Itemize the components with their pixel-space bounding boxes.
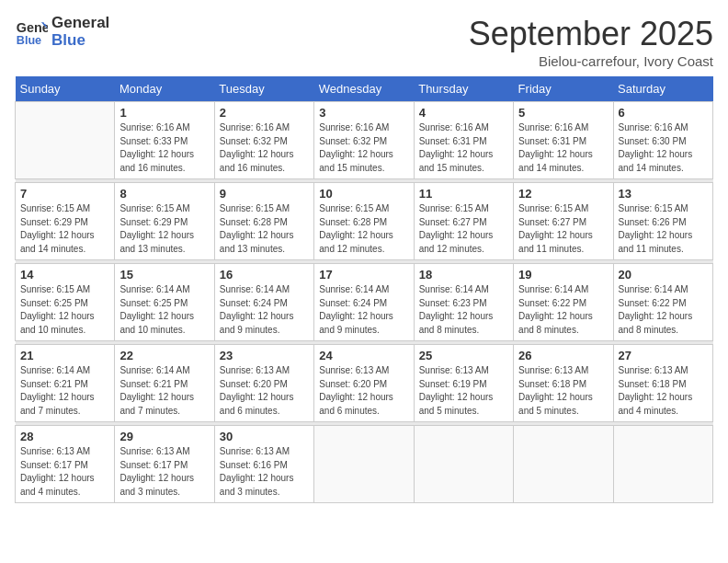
calendar-cell: 11Sunrise: 6:15 AM Sunset: 6:27 PM Dayli… <box>414 183 513 260</box>
calendar-cell: 17Sunrise: 6:14 AM Sunset: 6:24 PM Dayli… <box>314 264 414 341</box>
logo-text-blue: Blue <box>51 32 109 50</box>
calendar-cell: 14Sunrise: 6:15 AM Sunset: 6:25 PM Dayli… <box>16 264 115 341</box>
day-info: Sunrise: 6:13 AM Sunset: 6:20 PM Dayligh… <box>220 364 309 418</box>
day-info: Sunrise: 6:16 AM Sunset: 6:32 PM Dayligh… <box>220 121 309 175</box>
calendar-week-3: 14Sunrise: 6:15 AM Sunset: 6:25 PM Dayli… <box>16 264 713 341</box>
calendar-week-5: 28Sunrise: 6:13 AM Sunset: 6:17 PM Dayli… <box>16 426 713 503</box>
day-number: 17 <box>319 268 408 282</box>
day-info: Sunrise: 6:13 AM Sunset: 6:18 PM Dayligh… <box>619 364 708 418</box>
day-info: Sunrise: 6:14 AM Sunset: 6:21 PM Dayligh… <box>20 364 109 418</box>
calendar-cell <box>414 426 513 503</box>
day-number: 13 <box>619 187 708 201</box>
weekday-header-monday: Monday <box>115 76 214 102</box>
day-number: 27 <box>619 349 708 362</box>
day-info: Sunrise: 6:15 AM Sunset: 6:29 PM Dayligh… <box>20 202 109 256</box>
logo: General Blue General Blue <box>15 15 109 49</box>
day-info: Sunrise: 6:13 AM Sunset: 6:16 PM Dayligh… <box>220 445 309 499</box>
calendar-header-row: SundayMondayTuesdayWednesdayThursdayFrid… <box>16 76 713 102</box>
day-info: Sunrise: 6:13 AM Sunset: 6:17 PM Dayligh… <box>20 445 109 499</box>
calendar-cell: 21Sunrise: 6:14 AM Sunset: 6:21 PM Dayli… <box>16 345 115 422</box>
day-number: 5 <box>518 106 608 120</box>
day-info: Sunrise: 6:14 AM Sunset: 6:21 PM Dayligh… <box>119 364 209 418</box>
calendar-cell: 22Sunrise: 6:14 AM Sunset: 6:21 PM Dayli… <box>115 345 214 422</box>
page-header: General Blue General Blue September 2025… <box>15 15 713 69</box>
day-info: Sunrise: 6:13 AM Sunset: 6:19 PM Dayligh… <box>419 364 508 418</box>
calendar-cell: 26Sunrise: 6:13 AM Sunset: 6:18 PM Dayli… <box>514 345 613 422</box>
day-info: Sunrise: 6:15 AM Sunset: 6:29 PM Dayligh… <box>119 202 209 256</box>
calendar-cell: 1Sunrise: 6:16 AM Sunset: 6:33 PM Daylig… <box>115 102 214 179</box>
day-number: 21 <box>20 349 109 362</box>
calendar-cell: 6Sunrise: 6:16 AM Sunset: 6:30 PM Daylig… <box>613 102 712 179</box>
day-number: 19 <box>518 268 608 282</box>
day-number: 26 <box>518 349 608 362</box>
calendar-cell <box>16 102 115 179</box>
calendar-week-1: 1Sunrise: 6:16 AM Sunset: 6:33 PM Daylig… <box>16 102 713 179</box>
weekday-header-tuesday: Tuesday <box>214 76 313 102</box>
day-info: Sunrise: 6:14 AM Sunset: 6:24 PM Dayligh… <box>319 283 408 337</box>
calendar-cell: 7Sunrise: 6:15 AM Sunset: 6:29 PM Daylig… <box>16 183 115 260</box>
calendar-cell: 18Sunrise: 6:14 AM Sunset: 6:23 PM Dayli… <box>414 264 513 341</box>
day-info: Sunrise: 6:13 AM Sunset: 6:17 PM Dayligh… <box>119 445 209 499</box>
day-info: Sunrise: 6:16 AM Sunset: 6:31 PM Dayligh… <box>419 121 508 175</box>
weekday-header-sunday: Sunday <box>16 76 115 102</box>
calendar-cell: 25Sunrise: 6:13 AM Sunset: 6:19 PM Dayli… <box>414 345 513 422</box>
day-info: Sunrise: 6:15 AM Sunset: 6:27 PM Dayligh… <box>518 202 608 256</box>
day-number: 18 <box>419 268 508 282</box>
calendar-cell: 4Sunrise: 6:16 AM Sunset: 6:31 PM Daylig… <box>414 102 513 179</box>
day-number: 11 <box>419 187 508 201</box>
calendar-cell: 19Sunrise: 6:14 AM Sunset: 6:22 PM Dayli… <box>514 264 613 341</box>
location-subtitle: Bielou-carrefour, Ivory Coast <box>469 53 713 69</box>
calendar-cell: 24Sunrise: 6:13 AM Sunset: 6:20 PM Dayli… <box>314 345 414 422</box>
calendar-cell: 2Sunrise: 6:16 AM Sunset: 6:32 PM Daylig… <box>214 102 313 179</box>
day-info: Sunrise: 6:14 AM Sunset: 6:25 PM Dayligh… <box>119 283 209 337</box>
logo-icon: General Blue <box>15 16 48 49</box>
calendar-cell: 13Sunrise: 6:15 AM Sunset: 6:26 PM Dayli… <box>613 183 712 260</box>
calendar-cell: 16Sunrise: 6:14 AM Sunset: 6:24 PM Dayli… <box>214 264 313 341</box>
calendar-cell: 5Sunrise: 6:16 AM Sunset: 6:31 PM Daylig… <box>514 102 613 179</box>
calendar-week-2: 7Sunrise: 6:15 AM Sunset: 6:29 PM Daylig… <box>16 183 713 260</box>
day-number: 4 <box>419 106 508 120</box>
day-info: Sunrise: 6:14 AM Sunset: 6:22 PM Dayligh… <box>518 283 608 337</box>
month-title: September 2025 <box>469 15 713 53</box>
day-info: Sunrise: 6:15 AM Sunset: 6:28 PM Dayligh… <box>220 202 309 256</box>
day-info: Sunrise: 6:16 AM Sunset: 6:33 PM Dayligh… <box>119 121 209 175</box>
calendar-cell: 23Sunrise: 6:13 AM Sunset: 6:20 PM Dayli… <box>214 345 313 422</box>
calendar-cell: 15Sunrise: 6:14 AM Sunset: 6:25 PM Dayli… <box>115 264 214 341</box>
title-block: September 2025 Bielou-carrefour, Ivory C… <box>469 15 713 69</box>
day-number: 9 <box>220 187 309 201</box>
calendar-cell: 20Sunrise: 6:14 AM Sunset: 6:22 PM Dayli… <box>613 264 712 341</box>
day-number: 12 <box>518 187 608 201</box>
day-number: 1 <box>119 106 209 120</box>
calendar-cell <box>613 426 712 503</box>
calendar-cell: 27Sunrise: 6:13 AM Sunset: 6:18 PM Dayli… <box>613 345 712 422</box>
day-number: 8 <box>119 187 209 201</box>
day-number: 2 <box>220 106 309 120</box>
day-info: Sunrise: 6:14 AM Sunset: 6:23 PM Dayligh… <box>419 283 508 337</box>
calendar-cell: 9Sunrise: 6:15 AM Sunset: 6:28 PM Daylig… <box>214 183 313 260</box>
day-number: 25 <box>419 349 508 362</box>
calendar-cell: 28Sunrise: 6:13 AM Sunset: 6:17 PM Dayli… <box>16 426 115 503</box>
day-number: 20 <box>619 268 708 282</box>
day-number: 22 <box>119 349 209 362</box>
day-number: 15 <box>119 268 209 282</box>
calendar-cell: 10Sunrise: 6:15 AM Sunset: 6:28 PM Dayli… <box>314 183 414 260</box>
day-info: Sunrise: 6:13 AM Sunset: 6:18 PM Dayligh… <box>518 364 608 418</box>
svg-text:Blue: Blue <box>17 33 41 46</box>
calendar-cell: 30Sunrise: 6:13 AM Sunset: 6:16 PM Dayli… <box>214 426 313 503</box>
day-number: 3 <box>319 106 408 120</box>
day-number: 23 <box>220 349 309 362</box>
day-info: Sunrise: 6:15 AM Sunset: 6:26 PM Dayligh… <box>619 202 708 256</box>
day-info: Sunrise: 6:14 AM Sunset: 6:24 PM Dayligh… <box>220 283 309 337</box>
weekday-header-wednesday: Wednesday <box>314 76 414 102</box>
logo-text-general: General <box>51 15 109 32</box>
weekday-header-thursday: Thursday <box>414 76 513 102</box>
day-info: Sunrise: 6:15 AM Sunset: 6:27 PM Dayligh… <box>419 202 508 256</box>
day-info: Sunrise: 6:13 AM Sunset: 6:20 PM Dayligh… <box>319 364 408 418</box>
calendar-cell: 8Sunrise: 6:15 AM Sunset: 6:29 PM Daylig… <box>115 183 214 260</box>
day-info: Sunrise: 6:15 AM Sunset: 6:28 PM Dayligh… <box>319 202 408 256</box>
calendar-body: 1Sunrise: 6:16 AM Sunset: 6:33 PM Daylig… <box>16 102 713 503</box>
calendar-week-4: 21Sunrise: 6:14 AM Sunset: 6:21 PM Dayli… <box>16 345 713 422</box>
day-number: 7 <box>20 187 109 201</box>
day-info: Sunrise: 6:14 AM Sunset: 6:22 PM Dayligh… <box>619 283 708 337</box>
day-number: 10 <box>319 187 408 201</box>
